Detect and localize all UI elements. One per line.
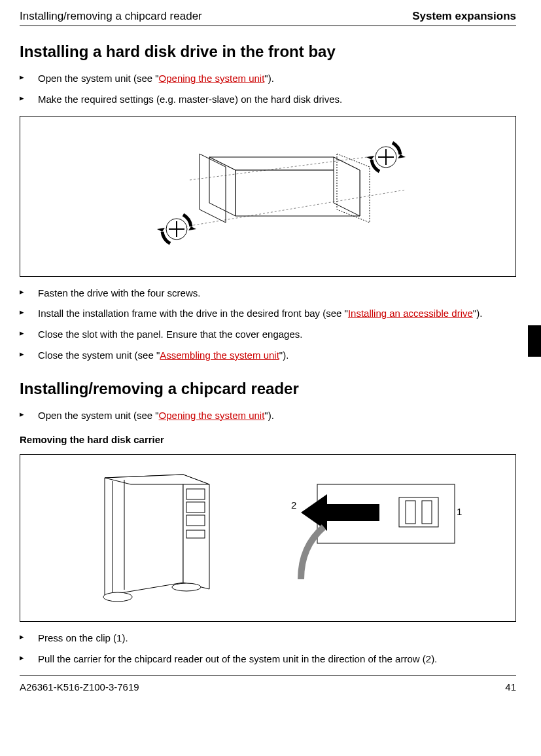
list-item-text: Fasten the drive with the four screws. xyxy=(38,287,200,298)
svg-marker-17 xyxy=(183,475,209,589)
list-item: Pull the carrier for the chipcard reader… xyxy=(20,652,516,666)
page-tab-marker xyxy=(528,325,541,357)
svg-marker-16 xyxy=(105,475,183,596)
list-item-text: Close the system unit (see " xyxy=(38,350,160,361)
figure-label-2: 2 xyxy=(291,499,296,511)
list-item: Close the slot with the panel. Ensure th… xyxy=(20,327,516,342)
list-item-text: Make the required settings (e.g. master-… xyxy=(38,94,342,105)
list-item: Make the required settings (e.g. master-… xyxy=(20,92,516,107)
list-item: Install the installation frame with the … xyxy=(20,306,516,321)
steps-list-2b: Press on the clip (1). Pull the carrier … xyxy=(20,631,516,666)
svg-rect-29 xyxy=(406,501,415,524)
list-item-text: Press on the clip (1). xyxy=(38,632,128,643)
list-item: Fasten the drive with the four screws. xyxy=(20,286,516,300)
list-item-text: Open the system unit (see " xyxy=(38,73,159,84)
list-item: Open the system unit (see "Opening the s… xyxy=(20,71,516,86)
link-assembling-system-unit[interactable]: Assembling the system unit xyxy=(160,350,279,361)
list-item-text: "). xyxy=(264,410,274,421)
footer: A26361-K516-Z100-3-7619 41 xyxy=(20,681,516,693)
svg-point-20 xyxy=(172,583,201,591)
link-opening-system-unit-2[interactable]: Opening the system unit xyxy=(159,410,265,421)
running-header: Installing/removing a chipcard reader Sy… xyxy=(20,10,516,23)
link-installing-accessible-drive[interactable]: Installing an accessible drive xyxy=(348,308,473,319)
header-right: System expansions xyxy=(412,10,516,23)
list-item: Open the system unit (see "Opening the s… xyxy=(20,408,516,423)
svg-marker-9 xyxy=(188,226,196,230)
list-item-text: Install the installation frame with the … xyxy=(38,308,348,319)
list-item-text: Close the slot with the panel. Ensure th… xyxy=(38,329,302,340)
svg-marker-10 xyxy=(157,228,165,232)
link-opening-system-unit[interactable]: Opening the system unit xyxy=(159,73,265,84)
list-item-text: "). xyxy=(279,350,289,361)
svg-marker-14 xyxy=(398,154,406,158)
svg-point-19 xyxy=(103,592,132,602)
list-item-text: Open the system unit (see " xyxy=(38,410,159,421)
header-left: Installing/removing a chipcard reader xyxy=(20,10,202,23)
list-item-text: "). xyxy=(473,308,483,319)
section-title-1: Installing a hard disk drive in the fron… xyxy=(20,43,516,61)
list-item: Close the system unit (see "Assembling t… xyxy=(20,348,516,363)
svg-rect-28 xyxy=(399,497,438,527)
list-item-text: "). xyxy=(264,73,274,84)
header-rule xyxy=(20,26,516,26)
list-item: Press on the clip (1). xyxy=(20,631,516,645)
steps-list-2a: Open the system unit (see "Opening the s… xyxy=(20,408,516,423)
footer-left: A26361-K516-Z100-3-7619 xyxy=(20,681,139,693)
footer-right: 41 xyxy=(505,681,516,693)
figure-carrier-removal: 2 1 xyxy=(20,454,516,622)
svg-marker-15 xyxy=(366,156,374,160)
page-container: Installing/removing a chipcard reader Sy… xyxy=(0,0,541,756)
svg-rect-30 xyxy=(422,501,432,524)
steps-list-1a: Open the system unit (see "Opening the s… xyxy=(20,71,516,107)
figure-label-1: 1 xyxy=(457,506,462,517)
figure-drive-screws xyxy=(20,116,516,277)
section-title-2: Installing/removing a chipcard reader xyxy=(20,380,516,398)
steps-list-1b: Fasten the drive with the four screws. I… xyxy=(20,286,516,363)
subheading-removing-carrier: Removing the hard disk carrier xyxy=(20,434,516,445)
list-item-text: Pull the carrier for the chipcard reader… xyxy=(38,653,437,664)
footer-rule xyxy=(20,675,516,676)
